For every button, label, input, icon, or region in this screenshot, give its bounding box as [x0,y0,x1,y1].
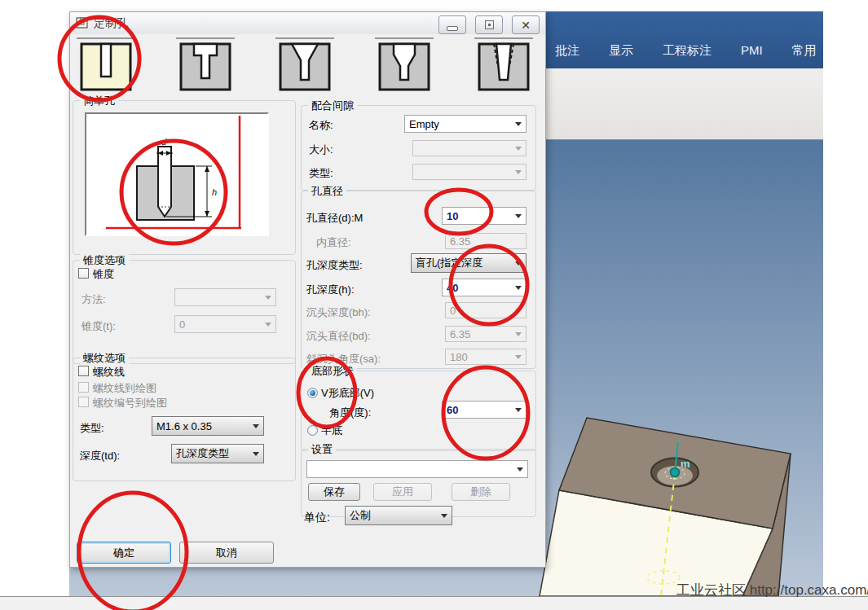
hole-diameter-dropdown[interactable]: 10 [442,207,527,225]
chevron-down-icon [515,170,522,178]
chevron-down-icon [253,424,259,432]
chevron-down-icon [517,467,523,475]
inner-diameter-value: 6.35 [450,235,470,248]
hole-depth-type-dropdown[interactable]: 盲孔(指定深度 [411,253,527,273]
chevron-down-icon [515,355,522,362]
hole-type-tapered-button[interactable] [474,37,533,94]
counterbore-depth-label: 沉头深度(bh): [306,305,371,320]
thread-line-to-drawing-checkbox [78,382,89,393]
fit-name-dropdown[interactable]: Empty [404,115,527,133]
fit-type-dropdown[interactable] [412,164,527,180]
hole-center-point[interactable] [671,468,680,477]
chevron-down-icon [515,408,522,415]
dialog-icon [76,16,89,29]
hole-type-simple-button[interactable] [77,37,135,94]
ok-button[interactable]: 确定 [77,542,171,564]
simple-hole-icon [80,42,132,91]
tab-engineering-dimension[interactable]: 工程标注 [663,43,712,59]
simple-hole-group-label: 简单孔 [80,94,118,108]
custom-hole-dialog: 定制孔 [69,11,546,568]
v-bottom-radio-label: V形底部(V) [321,386,374,401]
thread-line-checkbox[interactable] [78,366,89,376]
tab-pmi[interactable]: PMI [741,43,763,59]
restore-icon [485,20,494,29]
thread-group-label: 螺纹选项 [80,351,129,366]
taper-checkbox-label: 锥度 [93,267,114,282]
settings-preset-dropdown[interactable] [306,460,528,478]
taper-group-label: 锥度选项 [80,253,129,268]
thread-depth-dropdown[interactable]: 孔深度类型 [171,444,264,463]
chevron-down-icon [515,122,522,129]
save-button[interactable]: 保存 [308,483,360,501]
inner-diameter-label: 内直径: [316,235,351,250]
chevron-down-icon [515,286,522,293]
units-value: 公制 [350,508,371,523]
thread-line-label: 螺纹线 [93,365,125,380]
thread-type-label: 类型: [80,421,104,436]
tab-display[interactable]: 显示 [609,43,633,59]
taper-checkbox[interactable] [78,268,89,279]
hole-depth-type-value: 盲孔(指定深度 [416,256,482,270]
fit-size-dropdown[interactable] [412,140,527,156]
chevron-down-icon [441,514,447,521]
hole-type-countersink-button[interactable] [275,37,334,94]
fit-name-label: 名称: [309,118,333,133]
thread-type-dropdown[interactable]: M1.6 x 0.35 [152,416,264,436]
fit-clearance-group-label: 配合间隙 [308,99,357,113]
chevron-down-icon [515,309,522,316]
dim-d-label: d [161,137,167,147]
chevron-down-icon [515,261,522,269]
fit-type-label: 类型: [309,166,333,181]
countersink-hole-icon [279,42,331,91]
tab-annotate[interactable]: 批注 [555,43,579,59]
taper-t-dropdown[interactable]: 0 [174,315,276,333]
counterbore-depth-value: 0 [450,305,456,317]
countersink-angle-dropdown[interactable]: 180 [445,349,527,365]
dialog-titlebar[interactable]: 定制孔 [70,12,545,34]
chevron-down-icon [515,147,522,154]
angle-dropdown[interactable]: 60 [442,401,527,419]
bottom-shape-group-label: 底部形状 [308,364,357,379]
taper-t-value: 0 [179,318,185,331]
dim-h-label: h [212,187,217,197]
method-dropdown[interactable] [174,288,276,306]
cancel-button[interactable]: 取消 [179,542,274,564]
chevron-down-icon [265,296,271,303]
hole-marker-label: m [681,458,690,470]
fit-size-label: 大小: [309,143,333,157]
minimize-button[interactable] [438,15,466,34]
method-label: 方法: [82,292,106,307]
restore-button[interactable] [475,15,503,34]
v-bottom-radio[interactable] [307,388,318,398]
counterbore-diameter-label: 沉头直径(bd): [306,329,371,344]
counterbore-depth-dropdown[interactable]: 0 [445,302,527,318]
half-bottom-radio[interactable] [307,425,318,436]
counterbore-diameter-dropdown[interactable]: 6.35 [445,326,527,342]
fit-name-value: Empty [409,118,439,130]
delete-button: 删除 [452,483,510,501]
hole-depth-type-label: 孔深度类型: [306,258,363,273]
tab-common[interactable]: 常用 [792,43,817,59]
counterbore-diameter-value: 6.35 [450,328,470,340]
watermark: 工业云社区 http://top.caxa.com/ [676,581,868,599]
hole-type-counterdrilled-button[interactable] [375,37,434,94]
taper-t-label: 锥度(t): [82,319,116,334]
thread-type-value: M1.6 x 0.35 [156,420,212,432]
chevron-down-icon [515,214,522,222]
apply-button: 应用 [373,483,432,501]
hole-type-counterbore-button[interactable] [176,37,235,94]
counterbore-hole-icon [179,42,231,91]
thread-number-to-drawing-checkbox [78,397,89,407]
hole-preview-box: d h [85,112,269,236]
half-bottom-radio-label: 半底 [321,423,342,438]
minimize-icon [447,26,458,31]
hole-depth-value: 40 [447,282,458,294]
hole-diameter-label: 孔直径(d):M [306,211,363,226]
thread-depth-value: 孔深度类型 [176,446,229,461]
units-dropdown[interactable]: 公制 [345,506,452,525]
units-label: 单位: [304,511,330,525]
hole-depth-dropdown[interactable]: 40 [442,279,527,296]
thread-depth-label: 深度(td): [80,449,120,463]
tapered-hole-icon [478,42,530,91]
close-button[interactable] [512,15,540,34]
